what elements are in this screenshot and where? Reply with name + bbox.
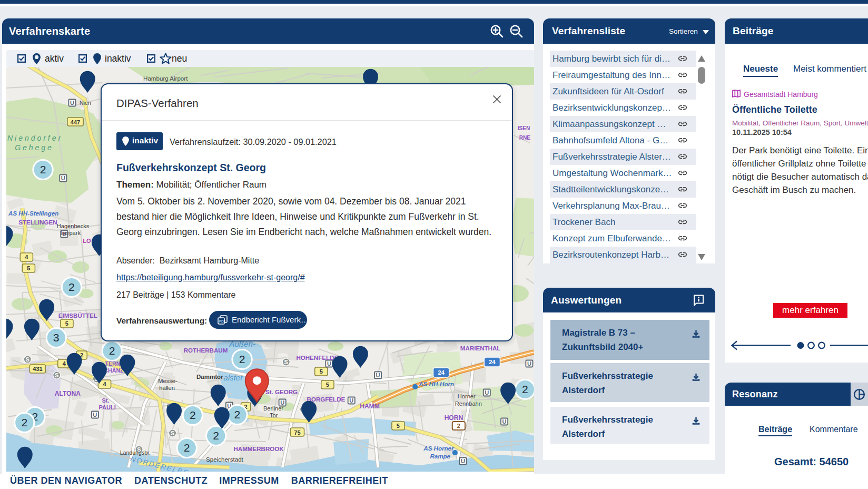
svg-text:4: 4 — [25, 255, 28, 261]
svg-text:75: 75 — [294, 429, 300, 436]
svg-text:ROTHERBAUM: ROTHERBAUM — [184, 347, 228, 354]
svg-text:HAMMERBROOK: HAMMERBROOK — [233, 446, 284, 452]
svg-text:LO: LO — [83, 238, 91, 244]
svg-text:Rennbahn: Rennbahn — [455, 400, 482, 407]
svg-text:AS Horner: AS Horner — [423, 445, 455, 452]
svg-text:2: 2 — [184, 442, 190, 454]
svg-text:S: S — [55, 372, 58, 378]
svg-text:U: U — [93, 412, 97, 418]
svg-text:U: U — [485, 390, 489, 396]
svg-text:S: S — [26, 356, 29, 363]
svg-text:St.: St. — [102, 397, 109, 404]
svg-text:24: 24 — [489, 359, 496, 366]
svg-text:2: 2 — [68, 281, 75, 294]
svg-text:BORGFELDE: BORGFELDE — [307, 396, 346, 403]
svg-text:4: 4 — [103, 382, 106, 388]
svg-text:Horner: Horner — [458, 393, 476, 399]
svg-text:U: U — [461, 458, 465, 465]
svg-text:431: 431 — [33, 366, 42, 373]
svg-text:Tierpark: Tierpark — [60, 230, 81, 236]
svg-text:U: U — [349, 398, 353, 404]
svg-text:2: 2 — [40, 164, 46, 176]
svg-text:STELLINGEN: STELLINGEN — [18, 219, 57, 226]
svg-text:MARIENTHAL: MARIENTHAL — [460, 345, 501, 351]
svg-text:Dammtor: Dammtor — [196, 374, 223, 380]
svg-text:U: U — [376, 373, 380, 379]
svg-text:AS HH-Stellingen: AS HH-Stellingen — [8, 210, 58, 217]
svg-text:ISEN: ISEN — [518, 125, 530, 131]
svg-text:Nien: Nien — [80, 100, 91, 106]
svg-text:2: 2 — [239, 354, 245, 366]
svg-text:EIMSBÜTTEL: EIMSBÜTTEL — [58, 312, 97, 319]
svg-text:5: 5 — [326, 382, 329, 388]
svg-text:U: U — [502, 419, 507, 425]
svg-text:2: 2 — [21, 417, 27, 429]
svg-text:Rampe: Rampe — [430, 453, 450, 459]
svg-text:HOHENFELDE: HOHENFELDE — [296, 355, 338, 361]
svg-text:U: U — [70, 100, 74, 106]
svg-text:Tor: Tor — [270, 412, 278, 418]
svg-text:24: 24 — [438, 370, 445, 376]
svg-text:5: 5 — [65, 321, 68, 327]
svg-text:hallen: hallen — [159, 385, 175, 391]
svg-text:HAMM: HAMM — [360, 403, 380, 410]
svg-text:Speicherstadt: Speicherstadt — [206, 456, 244, 463]
svg-text:5: 5 — [320, 369, 323, 375]
svg-text:2: 2 — [234, 409, 241, 421]
svg-text:PAULI: PAULI — [98, 404, 115, 410]
svg-text:U: U — [61, 175, 65, 182]
svg-text:3: 3 — [53, 332, 60, 344]
svg-text:Berliner: Berliner — [263, 405, 283, 412]
svg-text:alster: alster — [223, 373, 243, 382]
svg-text:U: U — [327, 361, 331, 367]
svg-text:St. GEORG: St. GEORG — [265, 389, 298, 395]
svg-text:N i e n d o r f e r: N i e n d o r f e r — [7, 134, 61, 142]
svg-text:2: 2 — [109, 345, 115, 357]
svg-text:5: 5 — [397, 423, 400, 429]
svg-text:447: 447 — [71, 119, 80, 125]
svg-text:ALTONA: ALTONA — [55, 390, 81, 397]
svg-text:2: 2 — [213, 430, 219, 442]
svg-text:AS HH-Horn: AS HH-Horn — [418, 381, 454, 387]
svg-text:Hagenbecks: Hagenbecks — [57, 223, 90, 229]
svg-text:RNE: RNE — [519, 135, 531, 141]
svg-text:PDF: PDF — [219, 320, 225, 323]
svg-text:S: S — [284, 359, 288, 365]
svg-text:2: 2 — [522, 384, 528, 396]
svg-text:U: U — [527, 361, 531, 367]
svg-text:2: 2 — [457, 423, 460, 429]
svg-text:5: 5 — [27, 266, 30, 272]
svg-text:Hamburg Airport: Hamburg Airport — [143, 75, 188, 82]
svg-text:4: 4 — [63, 361, 66, 367]
svg-text:G e h e g e: G e h e g e — [15, 143, 52, 152]
svg-text:S: S — [171, 430, 174, 436]
svg-text:Messe-: Messe- — [158, 378, 177, 384]
svg-text:HORN: HORN — [445, 414, 463, 422]
svg-text:2: 2 — [190, 409, 196, 422]
svg-text:Landungsbr.: Landungsbr. — [120, 449, 151, 456]
